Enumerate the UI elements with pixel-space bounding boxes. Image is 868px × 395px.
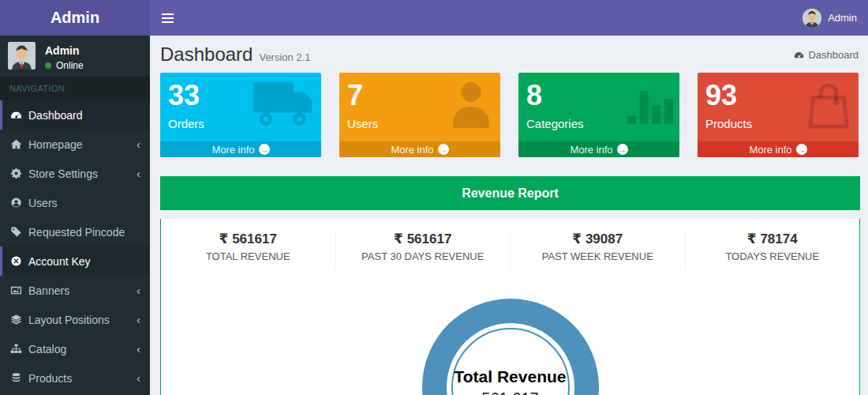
divider [175, 219, 845, 220]
breadcrumb[interactable]: Dashboard [794, 49, 859, 61]
user-avatar [803, 9, 821, 28]
dashboard-icon [794, 50, 804, 60]
sidebar-item-products[interactable]: Products [0, 363, 150, 393]
top-navbar: Admin Admin [0, 0, 868, 36]
revenue-report-body: ₹ 561617 TOTAL REVENUE ₹ 561617 PAST 30 … [160, 219, 860, 395]
sidebar-item-dashboard[interactable]: Dashboard [0, 100, 150, 130]
chevron-left-icon [137, 138, 140, 150]
bar-chart-icon [627, 90, 673, 127]
breadcrumb-label: Dashboard [808, 49, 859, 61]
sitemap-icon [10, 343, 22, 355]
info-box-orders: 33 Orders More info [160, 73, 321, 157]
main-content: Dashboard Version 2.1 Dashboard 33 Order… [150, 36, 868, 395]
dashboard-icon [10, 109, 22, 121]
sidebar: Admin Online NAVIGATION Dashboard Homepa… [0, 36, 150, 395]
brand-logo[interactable]: Admin [0, 0, 150, 36]
gear-icon [10, 167, 22, 179]
more-info-link-categories[interactable]: More info [518, 141, 679, 157]
truck-icon [253, 81, 315, 130]
sidebar-item-homepage[interactable]: Homepage [0, 130, 150, 159]
sidebar-item-store-settings[interactable]: Store Settings [0, 159, 150, 188]
tag-icon [10, 226, 22, 238]
user-circle-icon [10, 197, 22, 209]
arrow-circle-right-icon [796, 144, 807, 155]
home-icon [10, 138, 22, 150]
donut-ring: Total Revenue 561,617 [422, 299, 599, 395]
arrow-circle-right-icon [259, 144, 270, 155]
content-header: Dashboard Version 2.1 Dashboard [150, 36, 868, 73]
chevron-left-icon [137, 167, 140, 179]
sidebar-section-label: NAVIGATION [0, 77, 150, 100]
times-circle-icon [10, 255, 22, 267]
sidebar-user-name: Admin [45, 44, 84, 57]
donut-center-value: 561,617 [481, 389, 538, 395]
shopping-bag-icon [805, 81, 852, 133]
revenue-report-panel: Revenue Report ₹ 561617 TOTAL REVENUE ₹ … [160, 176, 860, 395]
user-menu-label: Admin [828, 12, 857, 24]
chevron-left-icon [137, 284, 140, 296]
online-dot-icon [45, 62, 51, 69]
revenue-stats-row: ₹ 561617 TOTAL REVENUE ₹ 561617 PAST 30 … [161, 229, 859, 269]
info-box-categories: 8 Categories More info [518, 73, 679, 157]
sidebar-item-banners[interactable]: Banners [0, 276, 150, 305]
chevron-left-icon [137, 314, 140, 325]
chevron-left-icon [137, 343, 140, 355]
user-menu[interactable]: Admin [791, 0, 868, 36]
person-icon [448, 81, 494, 131]
sidebar-item-users[interactable]: Users [0, 188, 150, 217]
hamburger-icon [162, 13, 174, 15]
layers-icon [10, 314, 22, 325]
stat-past-week-revenue: ₹ 39087 PAST WEEK REVENUE [511, 229, 686, 269]
stat-past-30-days-revenue: ₹ 561617 PAST 30 DAYS REVENUE [336, 229, 511, 269]
sidebar-item-requested-pincode[interactable]: Requested Pincode [0, 217, 150, 246]
sidebar-user-status: Online [45, 60, 84, 71]
info-box-users: 7 Users More info [339, 73, 500, 157]
more-info-link-products[interactable]: More info [698, 141, 859, 157]
sidebar-menu: Dashboard Homepage Store Settings Users … [0, 100, 150, 393]
navbar-main: Admin [150, 0, 868, 36]
more-info-link-users[interactable]: More info [339, 141, 500, 157]
sidebar-toggle-button[interactable] [150, 0, 185, 36]
info-box-products: 93 Products More info [698, 73, 859, 157]
page-title: Dashboard [160, 43, 253, 66]
database-icon [10, 372, 22, 384]
image-icon [10, 284, 22, 296]
chevron-left-icon [137, 372, 140, 384]
revenue-donut-chart: Total Revenue 561,617 [161, 299, 859, 395]
more-info-link-orders[interactable]: More info [160, 141, 321, 157]
stat-todays-revenue: ₹ 78174 TODAYS REVENUE [686, 229, 860, 269]
info-boxes-row: 33 Orders More info [150, 73, 868, 157]
arrow-circle-right-icon [438, 144, 449, 155]
revenue-report-header: Revenue Report [160, 176, 860, 210]
arrow-circle-right-icon [617, 144, 628, 155]
page-subtitle: Version 2.1 [259, 51, 310, 63]
stat-total-revenue: ₹ 561617 TOTAL REVENUE [161, 229, 336, 269]
donut-center-label: Total Revenue [455, 367, 567, 386]
sidebar-item-account-key[interactable]: Account Key [0, 246, 150, 276]
sidebar-user-panel: Admin Online [0, 36, 150, 77]
sidebar-user-avatar [8, 42, 36, 70]
sidebar-item-catalog[interactable]: Catalog [0, 334, 150, 363]
sidebar-item-layout-positions[interactable]: Layout Positions [0, 305, 150, 334]
